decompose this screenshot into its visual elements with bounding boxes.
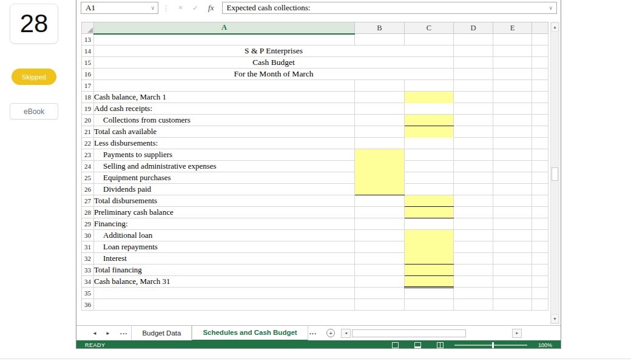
cell-A25[interactable]: Equipment purchases — [94, 172, 355, 184]
cell-F35[interactable] — [532, 288, 548, 299]
cell-A35[interactable] — [94, 288, 355, 299]
page-layout-icon[interactable] — [414, 342, 421, 348]
cell-C32[interactable] — [405, 253, 454, 265]
row-header-35[interactable]: 35 — [82, 288, 94, 299]
cell-E23[interactable] — [493, 149, 532, 161]
cell-A27[interactable]: Total disbursements — [94, 195, 355, 207]
cell-B35[interactable] — [355, 288, 405, 299]
horizontal-scroll-track[interactable] — [351, 329, 512, 338]
cell-B26[interactable] — [355, 184, 405, 195]
cell-A23[interactable]: Payments to suppliers — [94, 149, 355, 161]
cell-A33[interactable]: Total financing — [94, 265, 355, 276]
cell-E34[interactable] — [493, 276, 532, 288]
cell-D25[interactable] — [454, 172, 493, 184]
cell-F36[interactable] — [532, 299, 548, 311]
cell-F32[interactable] — [532, 253, 548, 265]
cell-E30[interactable] — [493, 230, 532, 241]
cell-F24[interactable] — [532, 161, 548, 172]
cell-F18[interactable] — [532, 92, 548, 103]
cell-D34[interactable] — [454, 276, 493, 288]
row-header-13[interactable]: 13 — [82, 34, 94, 46]
cell-B32[interactable] — [355, 253, 405, 265]
cell-B36[interactable] — [355, 299, 405, 311]
tab-budget-data[interactable]: Budget Data — [131, 326, 192, 341]
cell-C25[interactable] — [405, 172, 454, 184]
cell-C19[interactable] — [405, 103, 454, 115]
horizontal-scroll-thumb[interactable] — [352, 329, 466, 337]
cell-B19[interactable] — [355, 103, 405, 115]
cell-D20[interactable] — [454, 115, 493, 126]
cell-B13[interactable] — [355, 34, 405, 46]
row-header-27[interactable]: 27 — [82, 195, 94, 207]
cell-B21[interactable] — [355, 126, 405, 138]
cell-D33[interactable] — [454, 265, 493, 276]
cell-F19[interactable] — [532, 103, 548, 115]
column-header-partial[interactable] — [532, 22, 548, 34]
column-header-B[interactable]: B — [355, 22, 405, 34]
cell-C26[interactable] — [405, 184, 454, 195]
cell-C22[interactable] — [405, 138, 454, 149]
cell-E19[interactable] — [493, 103, 532, 115]
cell-D31[interactable] — [454, 241, 493, 253]
cell-A16[interactable]: For the Month of March — [94, 69, 454, 80]
cell-A31[interactable]: Loan repayments — [94, 241, 355, 253]
row-header-28[interactable]: 28 — [82, 207, 94, 218]
cell-F30[interactable] — [532, 230, 548, 241]
cell-F20[interactable] — [532, 115, 548, 126]
cell-A20[interactable]: Collections from customers — [94, 115, 355, 126]
row-header-25[interactable]: 25 — [82, 172, 94, 184]
cell-B20[interactable] — [355, 115, 405, 126]
row-header-19[interactable]: 19 — [82, 103, 94, 115]
cell-E36[interactable] — [493, 299, 532, 311]
cell-B18[interactable] — [355, 92, 405, 103]
cell-D30[interactable] — [454, 230, 493, 241]
page-break-preview-icon[interactable] — [437, 342, 444, 348]
row-header-16[interactable]: 16 — [82, 69, 94, 80]
row-header-20[interactable]: 20 — [82, 115, 94, 126]
cell-B34[interactable] — [355, 276, 405, 288]
cell-E24[interactable] — [493, 161, 532, 172]
cell-A24[interactable]: Selling and administrative expenses — [94, 161, 355, 172]
cell-D14[interactable] — [454, 46, 493, 57]
cell-A34[interactable]: Cash balance, March 31 — [94, 276, 355, 288]
cell-D29[interactable] — [454, 218, 493, 230]
select-all-corner[interactable] — [82, 22, 94, 34]
cancel-icon[interactable]: × — [178, 4, 183, 12]
cell-D19[interactable] — [454, 103, 493, 115]
cell-D35[interactable] — [454, 288, 493, 299]
cell-F26[interactable] — [532, 184, 548, 195]
cell-A30[interactable]: Additional loan — [94, 230, 355, 241]
tab-prev-icon[interactable]: ◄ — [92, 331, 97, 336]
cell-D21[interactable] — [454, 126, 493, 138]
cell-E14[interactable] — [493, 46, 532, 57]
cell-B22[interactable] — [355, 138, 405, 149]
tab-schedules-and-cash-budget[interactable]: Schedules and Cash Budget — [192, 326, 308, 341]
cell-A26[interactable]: Dividends paid — [94, 184, 355, 195]
tab-next-icon[interactable]: ► — [106, 331, 110, 336]
column-header-C[interactable]: C — [405, 22, 454, 34]
name-box[interactable]: A1 ∨ — [81, 2, 158, 14]
row-header-32[interactable]: 32 — [82, 253, 94, 265]
row-header-18[interactable]: 18 — [82, 92, 94, 103]
formula-input[interactable]: Expected cash collections: ∨ — [222, 2, 557, 14]
cell-E18[interactable] — [493, 92, 532, 103]
vertical-scroll-track[interactable] — [551, 32, 559, 314]
vertical-scroll-thumb[interactable] — [552, 167, 558, 181]
cell-A15[interactable]: Cash Budget — [94, 57, 454, 69]
cell-B28[interactable] — [355, 207, 405, 218]
vertical-scrollbar[interactable]: ▲ ▼ — [550, 22, 559, 324]
cell-B27[interactable] — [355, 195, 405, 207]
cell-A19[interactable]: Add cash receipts: — [94, 103, 355, 115]
cell-F23[interactable] — [532, 149, 548, 161]
cell-B24[interactable] — [355, 161, 405, 172]
cell-F27[interactable] — [532, 195, 548, 207]
scroll-left-icon[interactable]: ◄ — [341, 329, 351, 338]
column-header-D[interactable]: D — [454, 22, 493, 34]
cell-D26[interactable] — [454, 184, 493, 195]
zoom-slider[interactable] — [454, 345, 527, 346]
cell-F28[interactable] — [532, 207, 548, 218]
tab-overflow-right[interactable]: ... — [309, 328, 317, 335]
cell-A21[interactable]: Total cash available — [94, 126, 355, 138]
cell-D16[interactable] — [454, 69, 493, 80]
row-header-29[interactable]: 29 — [82, 218, 94, 230]
